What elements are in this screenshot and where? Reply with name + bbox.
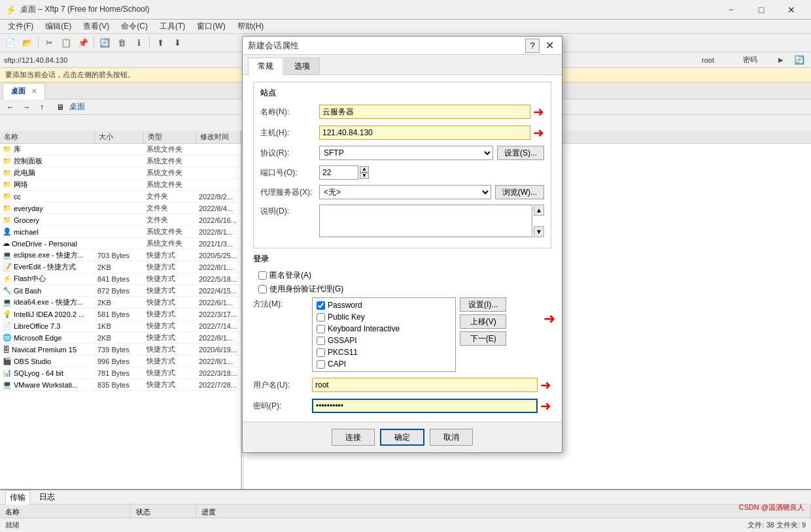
list-item[interactable]: 💻 idea64.exe - 快捷方... 2KB 快捷方式 2022/6/1.… (0, 297, 241, 308)
username-input[interactable] (312, 378, 538, 392)
nav-up-button[interactable]: ↑ (35, 101, 48, 113)
method-pkcs11-checkbox[interactable] (317, 348, 325, 357)
list-item[interactable]: 📁 cc 文件夹 2022/8/2... (0, 191, 241, 203)
status-right: 文件: 38 文件夹: 9 (748, 520, 806, 530)
dialog-close-button[interactable]: ✕ (542, 39, 557, 53)
refresh-button[interactable]: 🔄 (97, 36, 112, 50)
nav-forward-button[interactable]: → (20, 101, 33, 113)
menu-edit[interactable]: 编辑(E) (40, 20, 77, 33)
list-item[interactable]: ⚡ Flash中心 841 Bytes 快捷方式 2022/5/18... (0, 273, 241, 285)
list-item[interactable]: 📁 库 系统文件夹 (0, 144, 241, 156)
tab-close-icon[interactable]: ✕ (31, 88, 37, 95)
method-keyboard-checkbox[interactable] (317, 325, 325, 333)
settings-button[interactable]: 设置(S)... (497, 146, 544, 160)
desc-scroll-up-button[interactable]: ▲ (534, 205, 544, 216)
info-bar-text: 要添加当前会话，点击左侧的箭头按钮。 (5, 70, 135, 80)
method-publickey[interactable]: Public Key (314, 311, 454, 323)
tab-desktop[interactable]: 桌面 ✕ (3, 83, 45, 99)
method-gssapi[interactable]: GSSAPI (314, 335, 454, 346)
browse-button[interactable]: 浏览(W)... (495, 185, 544, 199)
proxy-select[interactable]: <无> (319, 185, 491, 199)
port-down-button[interactable]: ▼ (360, 173, 369, 179)
desc-scroll-down-button[interactable]: ▼ (534, 226, 544, 237)
method-password[interactable]: Password (314, 299, 454, 311)
port-up-button[interactable]: ▲ (360, 166, 369, 173)
list-item[interactable]: 🌐 Microsoft Edge 2KB 快捷方式 2022/8/1... (0, 332, 241, 344)
list-item[interactable]: 🗄 Navicat Premium 15 739 Bytes 快捷方式 2020… (0, 344, 241, 356)
minimize-button[interactable]: － (717, 1, 746, 19)
nav-back-button[interactable]: ← (4, 101, 17, 113)
method-password-checkbox[interactable] (317, 301, 325, 310)
method-capi[interactable]: CAPI (314, 358, 454, 370)
col-header-type[interactable]: 类型 (144, 131, 196, 143)
name-input[interactable] (319, 105, 530, 119)
path-desktop[interactable]: 桌面 (67, 101, 88, 113)
new-session-button[interactable]: 📄 (3, 36, 18, 50)
properties-button[interactable]: ℹ (131, 36, 147, 50)
use-agent-checkbox[interactable] (258, 285, 267, 293)
anon-login-checkbox[interactable] (258, 271, 267, 280)
method-gssapi-checkbox[interactable] (317, 337, 325, 345)
address-refresh-button[interactable]: 🔄 (791, 53, 807, 67)
list-item[interactable]: 📁 everyday 文件夹 2022/8/4... (0, 203, 241, 214)
tab-transfer[interactable]: 传输 (5, 490, 30, 505)
list-item[interactable]: 📄 LibreOffice 7.3 1KB 快捷方式 2022/7/14... (0, 320, 241, 332)
cut-button[interactable]: ✂ (41, 36, 57, 50)
menu-view[interactable]: 查看(V) (78, 20, 114, 33)
dialog-tab-options[interactable]: 选项 (285, 58, 320, 75)
open-button[interactable]: 📂 (20, 36, 35, 50)
list-item[interactable]: 📁 Grocery 文件夹 2022/6/16... (0, 214, 241, 226)
dialog-tab-general[interactable]: 常规 (248, 58, 283, 75)
list-item[interactable]: 🎬 OBS Studio 996 Bytes 快捷方式 2022/8/1... (0, 356, 241, 367)
cancel-button[interactable]: 取消 (430, 429, 473, 446)
dialog-help-button[interactable]: ? (525, 39, 540, 53)
methods-box: Password Public Key Keyboard Interactive (312, 297, 456, 372)
method-keyboard[interactable]: Keyboard Interactive (314, 323, 454, 335)
address-go-button[interactable]: ▶ (773, 53, 789, 67)
list-item[interactable]: 📊 SQLyog - 64 bit 781 Bytes 快捷方式 2022/3/… (0, 367, 241, 379)
dialog-titlebar: 新建会话属性 ? ✕ (243, 37, 562, 55)
download-button[interactable]: ⬇ (169, 36, 185, 50)
menu-window[interactable]: 窗口(W) (192, 20, 230, 33)
method-publickey-checkbox[interactable] (317, 313, 325, 322)
password-row: 密码(P): ➜ (253, 398, 551, 414)
list-item[interactable]: 🔧 Git Bash 872 Bytes 快捷方式 2022/4/15... (0, 285, 241, 297)
file-name: VMware Workstati... (14, 381, 78, 389)
method-pkcs11[interactable]: PKCS11 (314, 346, 454, 358)
list-item[interactable]: 💡 IntelliJ IDEA 2020.2 ... 581 Bytes 快捷方… (0, 308, 241, 320)
description-textarea[interactable] (319, 205, 532, 237)
list-item[interactable]: 📝 EverEdit - 快捷方式 2KB 快捷方式 2022/8/1... (0, 261, 241, 273)
connect-button[interactable]: 连接 (332, 429, 375, 446)
menu-file[interactable]: 文件(F) (3, 20, 39, 33)
list-item[interactable]: 📁 控制面板 系统文件夹 (0, 156, 241, 167)
col-header-date[interactable]: 修改时间 (196, 131, 241, 143)
method-up-button[interactable]: 上移(V) (460, 314, 506, 329)
method-setup-button[interactable]: 设置(I)... (460, 297, 506, 312)
password-input[interactable] (312, 399, 538, 413)
method-down-button[interactable]: 下一(E) (460, 331, 506, 346)
menu-help[interactable]: 帮助(H) (232, 20, 269, 33)
delete-button[interactable]: 🗑 (114, 36, 129, 50)
tab-log[interactable]: 日志 (35, 490, 59, 504)
close-button[interactable]: ✕ (777, 1, 806, 19)
host-input[interactable] (319, 125, 530, 140)
list-item[interactable]: 📁 此电脑 系统文件夹 (0, 167, 241, 179)
maximize-button[interactable]: □ (747, 1, 776, 19)
method-capi-checkbox[interactable] (317, 360, 325, 369)
menu-tools[interactable]: 工具(T) (154, 20, 190, 33)
ok-button[interactable]: 确定 (380, 429, 424, 446)
list-item[interactable]: 💻 eclipse.exe - 快捷方... 703 Bytes 快捷方式 20… (0, 250, 241, 261)
paste-button[interactable]: 📌 (75, 36, 91, 50)
port-input[interactable] (319, 165, 358, 180)
upload-button[interactable]: ⬆ (152, 36, 168, 50)
port-row: 端口号(O): ▲ ▼ (260, 165, 544, 180)
col-header-name[interactable]: 名称 (0, 131, 95, 143)
col-header-size[interactable]: 大小 (95, 131, 144, 143)
menu-command[interactable]: 命令(C) (116, 20, 153, 33)
list-item[interactable]: 💻 VMware Workstati... 835 Bytes 快捷方式 202… (0, 379, 241, 391)
list-item[interactable]: 👤 michael 系统文件夹 2022/8/1... (0, 226, 241, 238)
protocol-select[interactable]: SFTP FTP FTPS (319, 146, 493, 160)
list-item[interactable]: ☁ OneDrive - Personal 系统文件夹 2021/1/3... (0, 238, 241, 250)
list-item[interactable]: 📁 网络 系统文件夹 (0, 179, 241, 191)
copy-button[interactable]: 📋 (58, 36, 74, 50)
